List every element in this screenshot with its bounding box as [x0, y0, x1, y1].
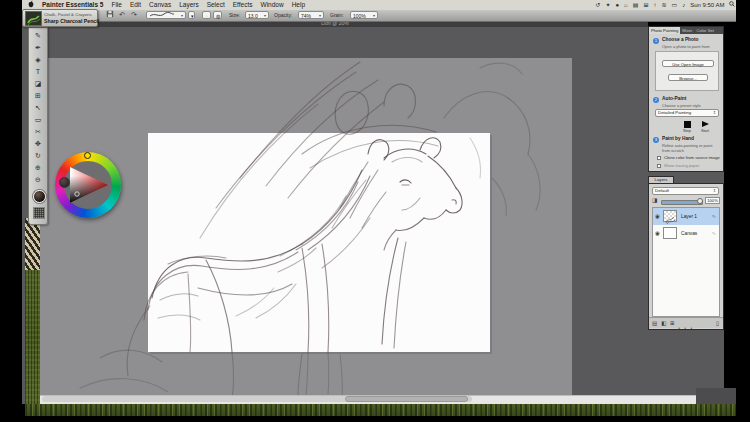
- horizontal-scrollbar-thumb[interactable]: [345, 396, 468, 402]
- color-wheel[interactable]: [55, 152, 121, 218]
- brush-stroke-thumbnail: [25, 11, 42, 26]
- menu-item-select[interactable]: Select: [207, 0, 225, 10]
- wallpaper-zebra-texture: [25, 218, 40, 270]
- paint-by-hand-title: Paint by Hand: [662, 136, 694, 142]
- hue-ring-marker[interactable]: [59, 177, 70, 188]
- size-dropdown[interactable]: 13.0▾: [245, 11, 269, 19]
- paint-by-hand-subtitle-2: from scratch: [662, 148, 684, 153]
- canvas-thumbnail: [663, 227, 677, 239]
- paint-bucket-tool[interactable]: ◈: [29, 54, 47, 65]
- menu-bar: Painter Essentials 5 File Edit Canvas La…: [22, 0, 750, 10]
- lion-sketch: [40, 58, 572, 395]
- menu-item-help[interactable]: Help: [292, 0, 305, 10]
- desktop-wallpaper-bottom: [25, 404, 738, 416]
- brush-ghost-icon[interactable]: ◌: [202, 11, 211, 19]
- window-corner-block: [696, 388, 738, 404]
- menu-item-layers[interactable]: Layers: [179, 0, 199, 10]
- rect-selection-tool[interactable]: ▭: [29, 114, 47, 125]
- layer-adjuster-tool[interactable]: ↖: [29, 102, 47, 113]
- grain-dropdown[interactable]: 100%▾: [350, 11, 378, 19]
- menu-item-edit[interactable]: Edit: [130, 0, 141, 10]
- wheel-top-marker: [84, 152, 91, 159]
- display-icon[interactable]: ▭: [671, 0, 677, 10]
- tracing-paper-checkbox[interactable]: [657, 164, 661, 168]
- undo-icon[interactable]: ↶: [119, 10, 125, 20]
- blend-mode-dropdown[interactable]: Default⇕: [652, 187, 719, 195]
- wifi-icon[interactable]: ≋: [661, 0, 666, 10]
- dropper-tool[interactable]: ✒: [29, 42, 47, 53]
- visibility-eye-icon[interactable]: ◉: [655, 230, 660, 237]
- redo-icon[interactable]: ↷: [131, 10, 137, 20]
- size-label: Size:: [229, 11, 240, 20]
- layer-row-canvas[interactable]: ◉ Canvas ∿: [653, 225, 719, 242]
- stroke-stepper[interactable]: ▾: [188, 11, 195, 19]
- tab-mixer[interactable]: Mixer: [680, 27, 694, 34]
- tracing-paper-label: Show tracing paper: [664, 163, 699, 168]
- zoom-in-tool[interactable]: ⊕: [29, 162, 47, 173]
- save-icon[interactable]: [106, 10, 114, 21]
- eraser-tool[interactable]: ◪: [29, 78, 47, 89]
- opacity-label: Opacity:: [274, 11, 292, 20]
- shield-icon[interactable]: ✦: [605, 0, 610, 10]
- desktop-wallpaper-left: [25, 218, 40, 416]
- apple-logo-icon: [28, 0, 34, 8]
- toolbox: ✎ ✒ ◈ T ◪ ⊞ ↖ ▭ ✂ ✥ ↻ ⊕ ⊖: [28, 27, 48, 225]
- paper-texture-swatch[interactable]: [33, 207, 45, 219]
- start-button[interactable]: [702, 121, 709, 127]
- grain-label: Grain:: [330, 11, 344, 20]
- choose-photo-title: Choose a Photo: [662, 37, 699, 43]
- volume-icon[interactable]: ♪: [682, 0, 685, 10]
- brush-tool[interactable]: ✎: [29, 30, 47, 41]
- tab-photo-painting[interactable]: Photo Painting: [649, 27, 680, 34]
- home-icon[interactable]: ⌂: [624, 0, 628, 10]
- stop-button[interactable]: [684, 121, 691, 128]
- visibility-eye-icon[interactable]: ◉: [655, 213, 660, 220]
- layers-panel: Default⇕ ◨ 100% ◉ Layer 1 ∿ ◉ Canvas ∿ ▤: [648, 183, 724, 330]
- time-machine-icon[interactable]: ↺: [595, 0, 600, 10]
- stroke-preview-icon: [149, 12, 175, 18]
- panel-resize-handle[interactable]: • • •: [649, 326, 723, 331]
- menu-item-effects[interactable]: Effects: [233, 0, 253, 10]
- menu-item-window[interactable]: Window: [261, 0, 284, 10]
- text-tool[interactable]: T: [29, 66, 47, 77]
- auto-paint-subtitle: Choose a preset style: [662, 103, 701, 108]
- grid-icon[interactable]: ⊞: [643, 0, 648, 10]
- lasso-tool[interactable]: ✂: [29, 126, 47, 137]
- layer-row-layer-1[interactable]: ◉ Layer 1 ∿: [653, 208, 719, 225]
- layers-panel-tab[interactable]: Layers: [648, 176, 674, 183]
- layer-thumbnail: [663, 210, 677, 222]
- enhanced-ghost-icon[interactable]: ◍: [213, 11, 222, 19]
- layers-list: ◉ Layer 1 ∿ ◉ Canvas ∿: [652, 207, 720, 317]
- brush-selector[interactable]: Chalk, Pastel & Crayons Sharp Charcoal P…: [22, 9, 98, 27]
- crop-tool[interactable]: ⊞: [29, 90, 47, 101]
- notification-icon[interactable]: ●: [615, 0, 619, 10]
- layer-attribute-icon: ∿: [712, 213, 716, 220]
- browse-button[interactable]: Browse...: [668, 74, 708, 81]
- layer-opacity-value[interactable]: 100%: [705, 197, 720, 204]
- menu-item-canvas[interactable]: Canvas: [149, 0, 171, 10]
- wallpaper-grass-texture: [25, 270, 40, 416]
- menu-clock[interactable]: Sun 9:50 AM: [690, 0, 724, 10]
- choose-photo-subtitle: Open a photo to paint from: [662, 44, 710, 49]
- opacity-dropdown[interactable]: 74%▾: [298, 11, 324, 19]
- zoom-out-tool[interactable]: ⊖: [29, 174, 47, 185]
- stroke-preview-dropdown[interactable]: ▾: [146, 11, 186, 19]
- grabber-tool[interactable]: ✥: [29, 138, 47, 149]
- main-color-swatch[interactable]: [33, 190, 46, 203]
- layer-opacity-knob[interactable]: [697, 198, 703, 204]
- spotlight-icon[interactable]: [729, 0, 735, 10]
- clone-color-checkbox[interactable]: [657, 156, 661, 160]
- video-crop-patch: [724, 26, 736, 388]
- screen: Painter Essentials 5 File Edit Canvas La…: [0, 0, 750, 422]
- upload-icon[interactable]: ↑: [653, 0, 656, 10]
- tab-color-set[interactable]: Color Set: [695, 27, 716, 34]
- menu-item-file[interactable]: File: [111, 0, 121, 10]
- brush-variant-label: Sharp Charcoal Pencil: [44, 18, 99, 25]
- rotate-page-tool[interactable]: ↻: [29, 150, 47, 161]
- list-icon[interactable]: ▤: [633, 0, 639, 10]
- step-2-badge: 2: [653, 97, 659, 103]
- preset-style-dropdown[interactable]: Detailed Painting⇕: [655, 109, 719, 117]
- step-1-badge: 1: [653, 38, 659, 44]
- use-open-image-button[interactable]: Use Open Image: [662, 60, 714, 67]
- layer-name: Canvas: [681, 230, 697, 237]
